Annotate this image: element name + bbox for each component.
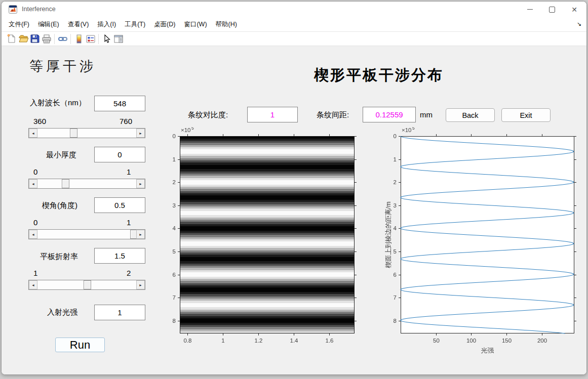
panel-title: 等厚干涉 [29,57,96,75]
matlab-app-icon [9,5,17,14]
refractive-index-slider[interactable]: ◄ ► [28,280,145,290]
slider-thumb[interactable] [62,179,69,188]
toolbar-separator [98,34,99,44]
incident-intensity-label: 入射光强 [47,308,77,317]
maximize-button[interactable] [541,2,563,17]
wedge-angle-slider[interactable]: ◄ ► [28,229,145,239]
refractive-index-input[interactable] [94,248,145,264]
wedge-angle-max-label: 1 [127,218,131,227]
menu-bar: 文件(F) 编辑(E) 查看(V) 插入(I) 工具(T) 桌面(D) 窗口(W… [2,18,586,32]
slider-right-arrow-icon[interactable]: ► [136,280,145,289]
wavelength-label: 入射波长（nm） [30,98,86,108]
new-figure-icon[interactable] [6,33,17,45]
figure-area: 等厚干涉 入射波长（nm） 360 760 ◄ ► 最小厚度 0 1 ◄ ► 楔… [2,46,586,374]
slider-right-arrow-icon[interactable]: ► [136,230,145,239]
property-inspector-icon[interactable] [112,33,124,45]
min-thickness-slider[interactable]: ◄ ► [28,179,145,189]
menu-file[interactable]: 文件(F) [9,20,29,29]
toolbar-separator [54,34,55,44]
close-button[interactable]: ✕ [563,2,585,17]
wavelength-slider[interactable]: ◄ ► [28,128,145,138]
pointer-icon[interactable] [101,33,112,45]
legend-icon[interactable] [85,33,96,45]
slider-left-arrow-icon[interactable]: ◄ [29,230,37,239]
menu-desktop[interactable]: 桌面(D) [154,20,175,29]
slider-right-arrow-icon[interactable]: ► [136,129,145,138]
wavelength-max-label: 760 [120,117,132,125]
run-button[interactable]: Run [55,338,105,352]
menu-view[interactable]: 查看(V) [68,20,89,29]
toolbar-separator [70,34,71,44]
menu-insert[interactable]: 插入(I) [97,20,116,29]
wedge-angle-label: 楔角(角度) [42,201,77,210]
slider-left-arrow-icon[interactable]: ◄ [29,129,37,138]
fringe-spacing-unit: mm [420,110,433,119]
menu-edit[interactable]: 编辑(E) [38,20,59,29]
wavelength-input[interactable] [94,96,145,111]
min-thickness-min-label: 0 [33,167,37,176]
slider-right-arrow-icon[interactable]: ► [136,179,145,188]
refractive-index-min-label: 1 [33,269,37,277]
intensity-plot [384,127,587,360]
slider-thumb[interactable] [70,129,77,138]
refractive-index-label: 平板折射率 [40,252,78,262]
main-title: 楔形平板干涉分布 [314,65,444,86]
close-icon: ✕ [571,6,577,13]
fringe-contrast-label: 条纹对比度: [188,110,228,120]
minimize-icon [527,9,533,10]
title-bar: Interference ✕ [2,2,586,18]
save-icon[interactable] [29,33,41,45]
minimize-button[interactable] [519,2,541,17]
menu-help[interactable]: 帮助(H) [216,20,237,29]
exit-button[interactable]: Exit [501,108,551,122]
fringe-plot [164,127,362,347]
incident-intensity-input[interactable] [94,305,145,320]
dock-arrow-icon[interactable]: ↘ [577,21,581,27]
min-thickness-label: 最小厚度 [46,150,76,160]
fringe-spacing-label: 条纹间距: [317,110,349,120]
menu-window[interactable]: 窗口(W) [184,20,207,29]
min-thickness-max-label: 1 [127,167,131,176]
back-button[interactable]: Back [446,108,495,122]
print-icon[interactable] [41,33,52,45]
wedge-angle-min-label: 0 [33,218,37,227]
slider-thumb[interactable] [84,280,91,289]
app-window: Interference ✕ 文件(F) 编辑(E) 查看(V) 插入(I) 工… [1,1,587,375]
slider-left-arrow-icon[interactable]: ◄ [29,179,37,188]
open-file-icon[interactable] [17,33,29,45]
figure-toolbar [2,32,586,46]
maximize-icon [549,7,555,13]
wedge-angle-input[interactable] [94,197,145,213]
fringe-contrast-input[interactable] [247,107,298,122]
link-plot-icon[interactable] [57,33,68,45]
menu-tools[interactable]: 工具(T) [125,20,145,29]
min-thickness-input[interactable] [94,147,145,162]
colorbar-icon[interactable] [73,33,85,45]
window-title: Interference [22,6,56,13]
fringe-spacing-input[interactable] [363,107,416,122]
refractive-index-max-label: 2 [127,269,131,277]
slider-left-arrow-icon[interactable]: ◄ [29,280,37,289]
wavelength-min-label: 360 [33,117,46,125]
